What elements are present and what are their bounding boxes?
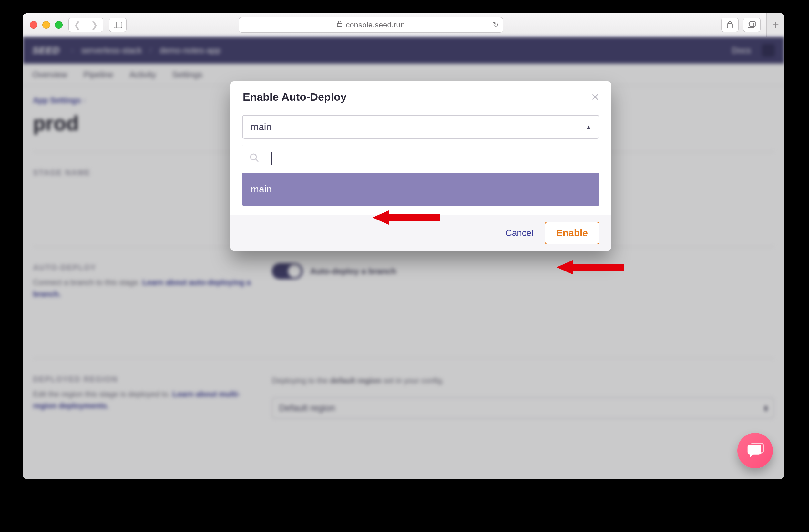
share-button[interactable]	[721, 18, 739, 32]
branch-combobox[interactable]: main ▲	[242, 115, 600, 139]
svg-line-8	[256, 159, 258, 162]
branch-option-label: main	[251, 184, 272, 195]
traffic-lights	[30, 21, 63, 29]
window-zoom-button[interactable]	[55, 21, 63, 29]
svg-rect-0	[114, 22, 122, 28]
svg-point-7	[251, 154, 256, 160]
forward-button[interactable]: ❯	[86, 18, 103, 32]
sidebar-toggle-button[interactable]	[109, 18, 126, 32]
enable-button[interactable]: Enable	[545, 222, 600, 244]
window-minimize-button[interactable]	[42, 21, 50, 29]
branch-option-main[interactable]: main	[242, 173, 599, 206]
titlebar: ❮ ❯ console.seed.run ↻ +	[22, 13, 785, 37]
caret-up-icon: ▲	[585, 123, 592, 131]
browser-window: ❮ ❯ console.seed.run ↻ +	[22, 13, 785, 479]
modal-close-button[interactable]: ×	[591, 90, 599, 103]
lock-icon	[337, 20, 343, 29]
search-icon	[249, 153, 259, 165]
reload-icon[interactable]: ↻	[493, 21, 498, 29]
cancel-button[interactable]: Cancel	[505, 228, 533, 238]
svg-rect-5	[748, 23, 754, 28]
svg-rect-2	[337, 23, 342, 27]
new-tab-button[interactable]: +	[767, 13, 785, 37]
branch-search-row	[242, 145, 599, 173]
tabs-button[interactable]	[743, 18, 761, 32]
branch-dropdown: main	[242, 144, 600, 206]
chat-fab[interactable]	[737, 433, 773, 468]
enable-auto-deploy-modal: Enable Auto-Deploy × main ▲	[230, 81, 611, 251]
address-host: console.seed.run	[346, 20, 405, 29]
nav-buttons: ❮ ❯	[68, 18, 103, 32]
branch-search-input[interactable]	[264, 154, 267, 164]
back-button[interactable]: ❮	[68, 18, 86, 32]
text-cursor	[272, 152, 272, 165]
modal-title: Enable Auto-Deploy	[243, 91, 347, 103]
address-bar[interactable]: console.seed.run ↻	[239, 17, 503, 33]
branch-combobox-value: main	[251, 121, 272, 132]
svg-rect-6	[750, 22, 755, 27]
window-close-button[interactable]	[30, 21, 37, 29]
